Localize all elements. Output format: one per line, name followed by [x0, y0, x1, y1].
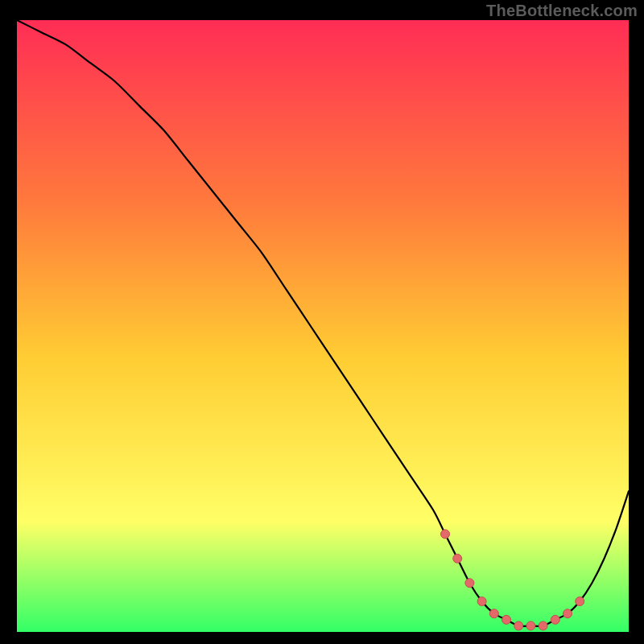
marker-point [489, 609, 498, 618]
marker-point [564, 609, 572, 618]
marker-point [465, 579, 474, 588]
gradient-background [17, 20, 629, 632]
chart-stage: TheBottleneck.com [0, 0, 644, 644]
marker-point [477, 597, 486, 606]
marker-point [514, 621, 523, 630]
marker-point [453, 554, 462, 563]
marker-point [551, 615, 559, 624]
bottleneck-chart [17, 20, 629, 632]
marker-point [526, 621, 535, 630]
plot-area [17, 20, 629, 632]
marker-point [441, 530, 450, 539]
marker-point [502, 615, 511, 624]
marker-point [539, 621, 547, 630]
marker-point [576, 597, 584, 606]
watermark-text: TheBottleneck.com [486, 2, 638, 20]
